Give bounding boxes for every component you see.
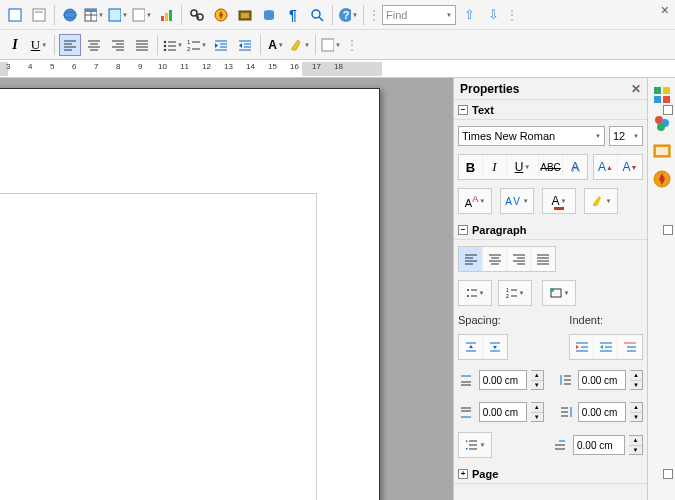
highlight-color-icon[interactable]: ▼ [585, 189, 617, 213]
toolbar-btn[interactable]: ▼ [320, 34, 342, 56]
toolbar-btn[interactable]: ▼ [107, 4, 129, 26]
spinner[interactable]: ▲▼ [630, 370, 643, 390]
find-input[interactable]: Find ▼ [382, 5, 456, 25]
increase-spacing-icon[interactable] [459, 335, 483, 359]
decrease-font-icon[interactable]: A▼ [618, 155, 642, 179]
toolbar-btn[interactable] [4, 4, 26, 26]
svg-text:?: ? [343, 9, 350, 21]
numbering-icon[interactable]: 12▼ [186, 34, 208, 56]
above-spacing-input[interactable]: 0.00 cm [479, 370, 527, 390]
svg-rect-0 [9, 9, 21, 21]
document-viewport[interactable] [0, 78, 453, 500]
font-name-select[interactable]: Times New Roman▼ [458, 126, 605, 146]
svg-point-44 [164, 40, 166, 42]
toolbar-btn[interactable]: ▼ [131, 4, 153, 26]
line-spacing-icon[interactable]: ▼ [459, 433, 491, 457]
align-left-icon[interactable] [59, 34, 81, 56]
main-toolbar: ▼ ▼ ▼ ¶ ?▼ ⋮ Find ▼ ⇧ ⇩ ⋮ [0, 0, 675, 30]
data-sources-icon[interactable] [258, 4, 280, 26]
svg-rect-10 [133, 9, 145, 21]
gallery-icon[interactable] [234, 4, 256, 26]
spinner[interactable]: ▲▼ [531, 402, 544, 422]
spinner[interactable]: ▲▼ [630, 402, 643, 422]
find-replace-icon[interactable] [186, 4, 208, 26]
decrease-spacing-icon[interactable] [483, 335, 507, 359]
font-size-select[interactable]: 12▼ [609, 126, 643, 146]
ruler-label: 7 [94, 62, 98, 71]
navigator-tab-icon[interactable] [651, 168, 673, 190]
highlight-icon[interactable]: ▼ [289, 34, 311, 56]
more-options-icon[interactable] [663, 105, 673, 115]
left-indent-input[interactable]: 0.00 cm [578, 370, 626, 390]
toolbar-btn[interactable] [28, 4, 50, 26]
section-header-page[interactable]: + Page [454, 464, 647, 484]
svg-rect-20 [241, 13, 249, 18]
section-header-paragraph[interactable]: − Paragraph [454, 220, 647, 240]
bullets-icon[interactable]: ▼ [459, 281, 491, 305]
hanging-indent-icon[interactable] [618, 335, 642, 359]
svg-rect-13 [169, 10, 172, 21]
more-options-icon[interactable] [663, 469, 673, 479]
ruler-label: 9 [138, 62, 142, 71]
sidebar-tab-strip [647, 78, 675, 500]
italic-icon[interactable]: I [4, 34, 26, 56]
ruler-label: 12 [202, 62, 211, 71]
font-color-icon[interactable]: A▼ [265, 34, 287, 56]
align-center-icon[interactable] [83, 34, 105, 56]
nonprinting-chars-icon[interactable]: ¶ [282, 4, 304, 26]
background-color-icon[interactable]: ▼ [543, 281, 575, 305]
first-line-indent-input[interactable]: 0.00 cm [573, 435, 625, 455]
hyperlink-icon[interactable] [59, 4, 81, 26]
navigator-icon[interactable] [210, 4, 232, 26]
align-justify-icon[interactable] [531, 247, 555, 271]
bold-icon[interactable]: B [459, 155, 483, 179]
paragraph-section-body: ▼ 12▼ ▼ Spacing: Indent: [454, 240, 647, 464]
shadow-icon[interactable]: A [563, 155, 587, 179]
increase-font-icon[interactable]: A▲ [594, 155, 618, 179]
spinner[interactable]: ▲▼ [629, 435, 643, 455]
align-center-icon[interactable] [483, 247, 507, 271]
help-icon[interactable]: ?▼ [337, 4, 359, 26]
spinner[interactable]: ▲▼ [531, 370, 544, 390]
numbering-icon[interactable]: 12▼ [499, 281, 531, 305]
strikethrough-icon[interactable]: ABC [539, 155, 563, 179]
ruler-label: 10 [158, 62, 167, 71]
find-next-icon[interactable]: ⇩ [482, 4, 504, 26]
collapse-icon[interactable]: − [458, 105, 468, 115]
section-header-text[interactable]: − Text [454, 100, 647, 120]
increase-indent-icon[interactable] [210, 34, 232, 56]
right-indent-input[interactable]: 0.00 cm [578, 402, 626, 422]
close-panel-icon[interactable]: ✕ [631, 82, 641, 96]
more-options-icon[interactable] [663, 225, 673, 235]
gallery-tab-icon[interactable] [651, 140, 673, 162]
horizontal-ruler[interactable]: 3 4 5 6 7 8 9 10 11 12 13 14 15 16 17 18 [0, 60, 675, 78]
align-justify-icon[interactable] [131, 34, 153, 56]
underline-icon[interactable]: U▼ [507, 155, 539, 179]
table-icon[interactable]: ▼ [83, 4, 105, 26]
find-prev-icon[interactable]: ⇧ [458, 4, 480, 26]
superscript-icon[interactable]: AA▼ [459, 189, 491, 213]
window-close-icon[interactable]: × [661, 2, 669, 18]
font-color-icon[interactable]: A▼ [543, 189, 575, 213]
chart-icon[interactable] [155, 4, 177, 26]
collapse-icon[interactable]: − [458, 225, 468, 235]
underline-icon[interactable]: U▼ [28, 34, 50, 56]
decrease-indent-icon[interactable] [594, 335, 618, 359]
first-line-indent-icon [551, 433, 569, 457]
document-page[interactable] [0, 88, 380, 500]
styles-tab-icon[interactable] [651, 112, 673, 134]
below-spacing-input[interactable]: 0.00 cm [479, 402, 527, 422]
decrease-indent-icon[interactable] [234, 34, 256, 56]
bullets-icon[interactable]: ▼ [162, 34, 184, 56]
zoom-icon[interactable] [306, 4, 328, 26]
align-right-icon[interactable] [107, 34, 129, 56]
svg-marker-58 [215, 43, 218, 48]
align-right-icon[interactable] [507, 247, 531, 271]
char-spacing-icon[interactable]: AV▼ [501, 189, 533, 213]
align-left-icon[interactable] [459, 247, 483, 271]
increase-indent-icon[interactable] [570, 335, 594, 359]
italic-icon[interactable]: I [483, 155, 507, 179]
section-title: Text [472, 104, 643, 116]
properties-tab-icon[interactable] [651, 84, 673, 106]
expand-icon[interactable]: + [458, 469, 468, 479]
